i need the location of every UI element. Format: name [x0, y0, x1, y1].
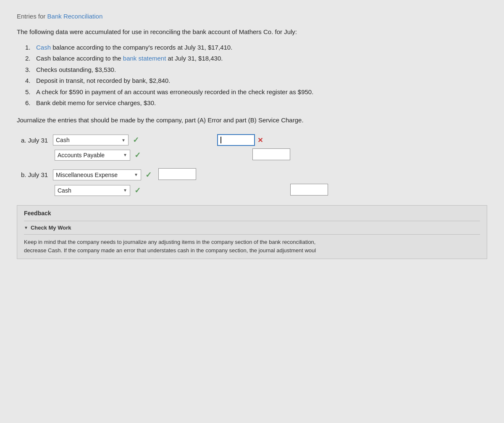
feedback-line1: Keep in mind that the company needs to j… — [24, 239, 315, 245]
entry-a-account1-dropdown[interactable]: Cash ▼ — [53, 135, 129, 145]
dropdown-arrow-icon: ▼ — [123, 188, 127, 193]
list-num: 4. — [25, 76, 33, 86]
list-item: 4. Deposit in transit, not recorded by b… — [25, 76, 487, 86]
cursor-icon — [220, 137, 221, 143]
entry-b-account1-dropdown[interactable]: Miscellaneous Expense ▼ — [53, 169, 141, 180]
list-highlight: bank statement — [123, 55, 166, 62]
entry-a-section: a. July 31 Cash ▼ ✓ ✕ Accounts Payable ▼… — [17, 134, 487, 161]
entry-a-amount1-input[interactable] — [217, 134, 255, 146]
intro-text: The following data were accumulated for … — [17, 27, 487, 37]
list-num: 3. — [25, 65, 33, 75]
list-item: 6. Bank debit memo for service charges, … — [25, 98, 487, 108]
list-item: 3. Checks outstanding, $3,530. — [25, 65, 487, 75]
list-num: 2. — [25, 54, 33, 63]
list-highlight: Cash — [36, 44, 51, 51]
list-item: 2. Cash balance according to the bank st… — [25, 54, 487, 63]
entry-a-check1-icon: ✓ — [133, 135, 139, 145]
list-text: A check for $590 in payment of an accoun… — [36, 87, 313, 97]
feedback-title: Feedback — [24, 210, 480, 217]
entry-a-clear-button[interactable]: ✕ — [257, 136, 263, 144]
title-highlight: Bank Reconciliation — [47, 13, 103, 20]
entry-b-section: b. July 31 Miscellaneous Expense ▼ ✓ Cas… — [17, 168, 487, 197]
page-wrapper: Entries for Bank Reconciliation The foll… — [0, 0, 504, 423]
entry-a-row1: a. July 31 Cash ▼ ✓ ✕ — [21, 134, 487, 146]
entry-a-check2-icon: ✓ — [134, 151, 141, 160]
list-item: 5. A check for $590 in payment of an acc… — [25, 87, 487, 97]
list-text: Checks outstanding, $3,530. — [36, 65, 116, 75]
entry-a-amount2-input[interactable] — [252, 148, 290, 160]
entry-a-label: a. July 31 — [21, 137, 50, 144]
feedback-body: Keep in mind that the company needs to j… — [24, 234, 480, 254]
entry-b-account2-text: Cash — [58, 187, 121, 194]
entry-a-account2-dropdown[interactable]: Accounts Payable ▼ — [55, 150, 130, 161]
list-num: 1. — [25, 43, 33, 53]
list-item: 1. Cash balance according to the company… — [25, 43, 487, 53]
numbered-list: 1. Cash balance according to the company… — [17, 43, 487, 108]
feedback-section: Feedback ▼ Check My Work Keep in mind th… — [17, 205, 487, 259]
entry-b-check1-icon: ✓ — [145, 170, 152, 180]
entry-b-label: b. July 31 — [21, 171, 50, 178]
dropdown-arrow-icon: ▼ — [134, 172, 138, 177]
list-text: Bank debit memo for service charges, $30… — [36, 98, 156, 108]
check-my-work-row: ▼ Check My Work — [24, 225, 480, 231]
list-num: 6. — [25, 98, 33, 108]
triangle-icon: ▼ — [24, 225, 28, 230]
entry-a-account1-text: Cash — [56, 137, 120, 143]
list-text: Cash balance according to the bank state… — [36, 54, 223, 63]
feedback-line2: decrease Cash. If the company made an er… — [24, 247, 316, 254]
list-text: Cash balance according to the company's … — [36, 43, 232, 53]
list-num: 5. — [25, 87, 33, 97]
entry-b-account2-dropdown[interactable]: Cash ▼ — [55, 185, 130, 196]
dropdown-arrow-icon: ▼ — [121, 138, 126, 143]
entry-b-row1: b. July 31 Miscellaneous Expense ▼ ✓ — [21, 168, 487, 181]
dropdown-arrow-icon: ▼ — [123, 153, 127, 157]
page-title: Entries for Bank Reconciliation — [17, 13, 487, 20]
title-prefix: Entries for — [17, 13, 47, 20]
entry-b-account1-text: Miscellaneous Expense — [56, 172, 132, 178]
entry-a-account2-text: Accounts Payable — [58, 152, 121, 159]
entry-b-amount1-input[interactable] — [158, 168, 196, 180]
check-my-work-label: Check My Work — [31, 225, 71, 231]
list-text: Deposit in transit, not recorded by bank… — [36, 76, 170, 86]
entry-a-row2: Accounts Payable ▼ ✓ — [21, 148, 487, 161]
entry-b-check2-icon: ✓ — [134, 186, 141, 195]
entry-b-row2: Cash ▼ ✓ — [21, 184, 487, 197]
journalize-text: Journalize the entries that should be ma… — [17, 116, 487, 125]
entry-b-amount2-input[interactable] — [290, 184, 328, 196]
